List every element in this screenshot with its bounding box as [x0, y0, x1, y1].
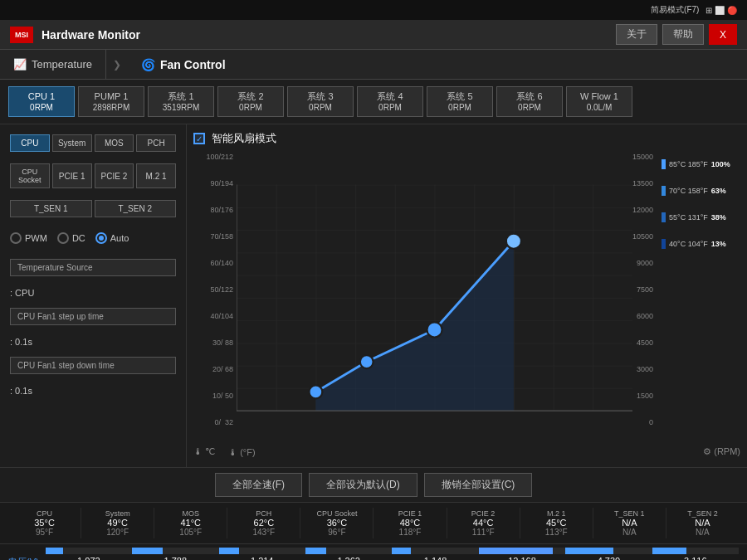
fan-icon: 🌀 — [141, 58, 155, 71]
legend-pct-1: 100% — [711, 160, 730, 168]
chart-point-4[interactable] — [506, 234, 521, 249]
close-button[interactable]: X — [709, 24, 737, 45]
fan-btn-sys5[interactable]: 系统 5 0RPM — [427, 86, 493, 117]
radio-dc[interactable]: DC — [57, 232, 85, 244]
temp-source-value: : CPU — [10, 286, 176, 299]
temp-src-tsen1[interactable]: T_SEN 1 — [10, 200, 92, 217]
voltage-bar-container-cpu-core — [46, 548, 132, 554]
y-label-2: 80/176 — [193, 206, 233, 214]
radio-auto[interactable]: Auto — [95, 232, 129, 244]
fan-btn-sys1-rpm: 3519RPM — [157, 102, 205, 113]
smart-fan-header: 智能风扇模式 — [193, 131, 740, 146]
voltage-items-container: 1.072 CPU核心 1.788 CPU AUX 1.214 CPU_VDDQ — [46, 548, 739, 560]
step-up-box[interactable]: CPU Fan1 step up time — [10, 308, 176, 325]
sensor-cpu: CPU 35°C 95°F — [8, 508, 81, 538]
chart-legend: 85°C 185°F 100% 70°C 158°F 63% 55°C 131°… — [662, 153, 730, 443]
temp-src-mos[interactable]: MOS — [95, 134, 134, 152]
legend-temp-3: 55°C 131°F — [669, 213, 708, 222]
fan-btn-sys2-rpm: 0RPM — [227, 102, 275, 113]
voltage-bar-container-cpu-aux — [132, 548, 218, 554]
temp-src-pcie1[interactable]: PCIE 1 — [52, 163, 92, 188]
voltage-bar-sys-5v — [565, 548, 613, 554]
thermometer-fahrenheit-icon: 🌡 (°F) — [228, 447, 256, 457]
legend-item-4: 40°C 104°F 13% — [662, 239, 730, 249]
checkbox-checked-icon — [193, 133, 205, 144]
temperature-icon: 📈 — [13, 58, 27, 71]
temp-src-cpu[interactable]: CPU — [10, 134, 50, 152]
cancel-all-button[interactable]: 撤销全部设置(C) — [424, 473, 533, 497]
voltage-label: 电压(V) — [8, 554, 39, 560]
y-label-8: 20/ 68 — [193, 365, 233, 373]
legend-temp-4: 40°C 104°F — [669, 240, 708, 248]
y-label-3: 70/158 — [193, 232, 233, 241]
mode-radio-group: PWM DC Auto — [10, 232, 176, 244]
y-label-4: 60/140 — [193, 259, 233, 267]
fan-btn-sys4[interactable]: 系统 4 0RPM — [357, 86, 423, 117]
set-default-button[interactable]: 全部设为默认(D) — [309, 473, 417, 497]
voltage-cpu-vdd2: 1.148 CPU VDD2 — [392, 548, 478, 560]
voltage-bar-cpu-vddq — [219, 548, 239, 554]
sensor-mos: MOS 41°C 105°F — [154, 508, 227, 538]
help-button[interactable]: 帮助 — [662, 24, 704, 45]
step-up-label: CPU Fan1 step up time — [17, 312, 168, 321]
voltage-row: 电压(V) 1.072 CPU核心 1.788 CPU AUX — [0, 543, 747, 560]
fan-btn-sys1[interactable]: 系统 1 3519RPM — [148, 86, 214, 117]
legend-bar-3 — [662, 212, 666, 222]
temp-src-tsen2[interactable]: T_SEN 2 — [95, 200, 177, 217]
legend-pct-3: 38% — [711, 213, 726, 222]
fan-btn-wflow1[interactable]: W Flow 1 0.0L/M — [566, 86, 632, 117]
fan-curve-svg — [237, 153, 632, 443]
temp-source-box[interactable]: Temperature Source — [10, 259, 176, 276]
step-down-box[interactable]: CPU Fan1 step down time — [10, 357, 176, 374]
step-down-value: : 0.1s — [10, 384, 176, 397]
sensor-cpu-socket: CPU Socket 36°C 96°F — [300, 508, 374, 538]
fan-btn-cpu1[interactable]: CPU 1 0RPM — [8, 86, 75, 117]
temp-src-grid-row2: CPU Socket PCIE 1 PCIE 2 M.2 1 — [10, 163, 176, 188]
temp-src-pch[interactable]: PCH — [136, 134, 176, 152]
legend-item-3: 55°C 131°F 38% — [662, 212, 730, 222]
sensor-tsen1: T_SEN 1 N/A N/A — [593, 508, 666, 538]
tab-temperature[interactable]: 📈 Temperature — [0, 50, 106, 79]
fan-btn-pump1-name: PUMP 1 — [95, 91, 129, 101]
rpm-icon: ⚙ (RPM) — [703, 446, 740, 457]
radio-pwm[interactable]: PWM — [10, 232, 47, 244]
full-speed-button[interactable]: 全部全速(F) — [215, 473, 302, 497]
voltage-cpu-sa: 1.262 CPU SA — [305, 548, 392, 560]
step-down-label: CPU Fan1 step down time — [17, 361, 168, 370]
fan-btn-sys3[interactable]: 系统 3 0RPM — [287, 86, 354, 117]
fan-btn-sys4-rpm: 0RPM — [366, 102, 414, 113]
chart-y-axis-right: 15000 13500 12000 10500 9000 7500 6000 4… — [632, 153, 657, 443]
sensor-m21: M.2 1 45°C 113°F — [520, 508, 593, 538]
sensor-pcie2: PCIE 2 44°C 111°F — [447, 508, 520, 538]
radio-auto-circle — [95, 232, 107, 244]
sensor-system: System 49°C 120°F — [81, 508, 154, 538]
tab-fan-control[interactable]: 🌀 Fan Control — [128, 50, 239, 79]
y-label-5: 50/122 — [193, 285, 233, 294]
fan-buttons-row: CPU 1 0RPM PUMP 1 2898RPM 系统 1 3519RPM 系… — [0, 80, 747, 124]
temp-src-system[interactable]: System — [52, 134, 92, 152]
about-button[interactable]: 关于 — [616, 24, 657, 45]
temp-src-cpu-socket[interactable]: CPU Socket — [10, 163, 50, 188]
fan-btn-sys2[interactable]: 系统 2 0RPM — [217, 86, 284, 117]
fan-btn-sys2-name: 系统 2 — [237, 91, 263, 101]
bottom-buttons-row: 全部全速(F) 全部设为默认(D) 撤销全部设置(C) — [0, 467, 747, 502]
temp-src-grid-row1: CPU System MOS PCH — [10, 134, 176, 152]
tab-arrow: ❯ — [106, 50, 128, 79]
chart-point-1[interactable] — [309, 386, 322, 399]
sensor-pch: PCH 62°C 143°F — [227, 508, 300, 538]
fan-btn-sys5-rpm: 0RPM — [436, 102, 484, 113]
fan-btn-sys6[interactable]: 系统 6 0RPM — [496, 86, 563, 117]
voltage-cpu-core: 1.072 CPU核心 — [46, 548, 132, 560]
temp-src-pcie2[interactable]: PCIE 2 — [95, 163, 134, 188]
smart-fan-checkbox[interactable] — [193, 133, 205, 144]
temp-src-m21[interactable]: M.2 1 — [136, 163, 176, 188]
main-container: 📈 Temperature ❯ 🌀 Fan Control CPU 1 0RPM… — [0, 50, 747, 560]
chart-point-3[interactable] — [427, 323, 442, 338]
tab-temperature-label: Temperature — [32, 58, 92, 71]
y-label-1: 90/194 — [193, 179, 233, 187]
fan-btn-pump1[interactable]: PUMP 1 2898RPM — [78, 86, 144, 117]
radio-dc-label: DC — [72, 233, 85, 243]
legend-item-2: 70°C 158°F 63% — [662, 186, 730, 196]
voltage-sys-33v: 3.116 System 3.3V — [652, 548, 739, 560]
chart-point-2[interactable] — [360, 355, 374, 368]
